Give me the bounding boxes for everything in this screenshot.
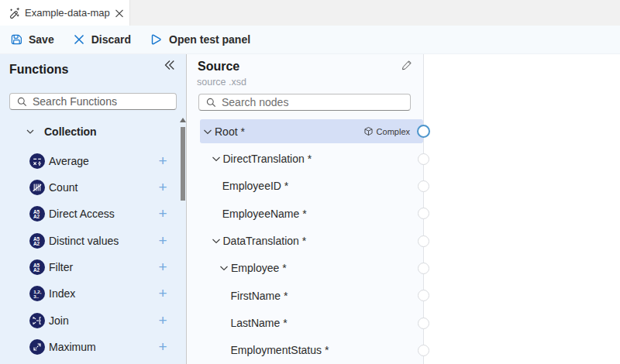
svg-text:3..: 3.. (33, 294, 39, 299)
svg-text:A2: A2 (33, 267, 40, 273)
svg-text:A2: A2 (33, 241, 40, 246)
svg-text:A2: A2 (33, 214, 40, 219)
